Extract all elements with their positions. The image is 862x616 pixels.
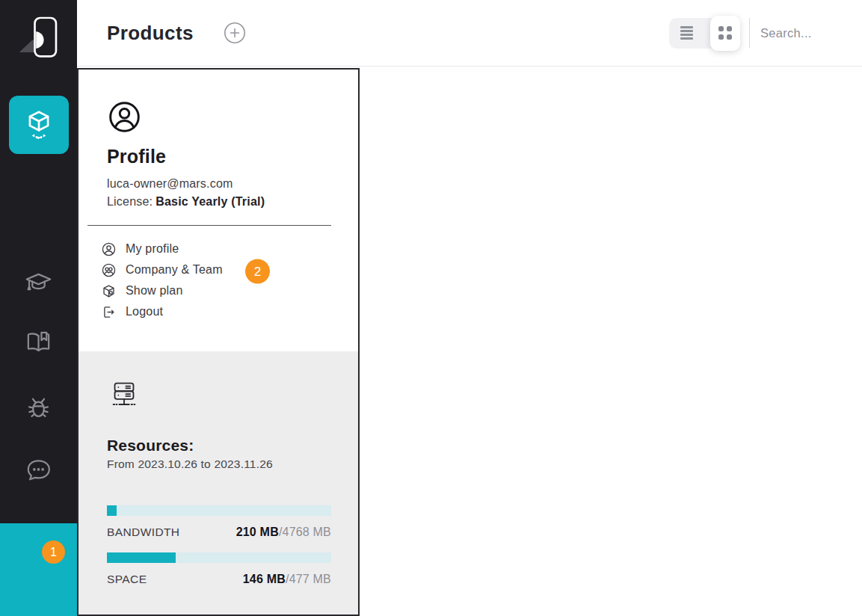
main-content xyxy=(360,67,862,616)
resources-section: Resources: From 2023.10.26 to 2023.11.26… xyxy=(78,351,358,615)
sidebar: My Company 1 xyxy=(0,0,77,616)
profile-panel: Profile luca-owner@mars.com License:Basi… xyxy=(77,68,360,616)
sidebar-item-docs[interactable] xyxy=(23,327,54,357)
menu-item-company-team[interactable]: Company & Team 2 xyxy=(101,259,331,280)
logout-icon xyxy=(101,304,117,320)
team-circle-icon xyxy=(101,262,117,278)
sidebar-item-feedback[interactable] xyxy=(23,455,54,485)
topbar-controls xyxy=(669,18,858,49)
bug-icon xyxy=(23,392,54,422)
menu-item-label: Logout xyxy=(126,305,163,318)
bandwidth-meter: BANDWIDTH 210 MB/4768 MB xyxy=(107,505,331,539)
search-input[interactable] xyxy=(760,26,858,40)
license-value: Basic Yearly (Trial) xyxy=(156,195,265,208)
person-circle-icon xyxy=(101,241,117,257)
menu-item-my-profile[interactable]: My profile xyxy=(101,238,331,259)
team-notification-badge: 2 xyxy=(245,259,270,284)
profile-section: Profile luca-owner@mars.com License:Basi… xyxy=(78,70,358,351)
space-meter: SPACE 146 MB/477 MB xyxy=(107,552,331,586)
bandwidth-label: BANDWIDTH xyxy=(107,526,179,539)
sidebar-item-products[interactable] xyxy=(9,96,69,154)
profile-title: Profile xyxy=(107,144,331,169)
plus-circle-icon xyxy=(224,22,246,44)
license-label: License: xyxy=(107,195,153,208)
phone-ar-logo-icon xyxy=(13,6,65,66)
space-progress-fill xyxy=(107,552,176,563)
grid-view-icon xyxy=(718,26,733,40)
sidebar-item-academy[interactable] xyxy=(23,268,54,298)
resources-period: From 2023.10.26 to 2023.11.26 xyxy=(107,456,331,472)
menu-item-label: Show plan xyxy=(126,284,183,298)
space-progress-track xyxy=(107,552,331,563)
menu-item-label: My profile xyxy=(126,242,179,256)
resources-title: Resources: xyxy=(107,437,331,455)
profile-divider xyxy=(87,225,331,226)
list-view-icon xyxy=(680,26,693,39)
license-line: License:Basic Yearly (Trial) xyxy=(107,193,331,211)
list-view-button[interactable] xyxy=(669,18,704,49)
server-icon xyxy=(107,378,141,413)
grid-view-button[interactable] xyxy=(710,16,740,51)
menu-item-label: Company & Team xyxy=(126,263,223,277)
sidebar-item-bug-report[interactable] xyxy=(23,392,54,422)
bandwidth-progress-fill xyxy=(107,505,117,516)
vertical-divider xyxy=(749,18,750,48)
add-product-button[interactable] xyxy=(224,22,246,44)
menu-item-logout[interactable]: Logout xyxy=(101,301,331,322)
package-icon xyxy=(101,283,117,299)
cube-3d-rotate-icon xyxy=(22,108,56,142)
resource-meters: BANDWIDTH 210 MB/4768 MB SPACE 146 MB/47… xyxy=(107,505,331,586)
profile-avatar-icon xyxy=(107,99,142,135)
view-toggle xyxy=(669,18,739,49)
sidebar-item-my-company[interactable]: My Company xyxy=(0,523,77,616)
bandwidth-value: 210 MB/4768 MB xyxy=(236,526,331,539)
top-bar: Products xyxy=(77,0,862,67)
space-value: 146 MB/477 MB xyxy=(243,573,331,586)
app-root: My Company 1 Products xyxy=(0,0,862,616)
graduation-cap-icon xyxy=(23,268,54,298)
profile-email: luca-owner@mars.com xyxy=(107,175,331,193)
chat-dots-icon xyxy=(23,455,54,485)
menu-item-show-plan[interactable]: Show plan xyxy=(101,280,331,301)
space-label: SPACE xyxy=(107,573,147,586)
profile-menu: My profile Company & Team 2 xyxy=(101,238,331,322)
page-title: Products xyxy=(107,22,194,45)
company-notification-badge: 1 xyxy=(42,540,65,564)
bandwidth-progress-track xyxy=(107,505,331,516)
app-logo[interactable] xyxy=(13,6,65,66)
book-icon xyxy=(23,327,54,357)
